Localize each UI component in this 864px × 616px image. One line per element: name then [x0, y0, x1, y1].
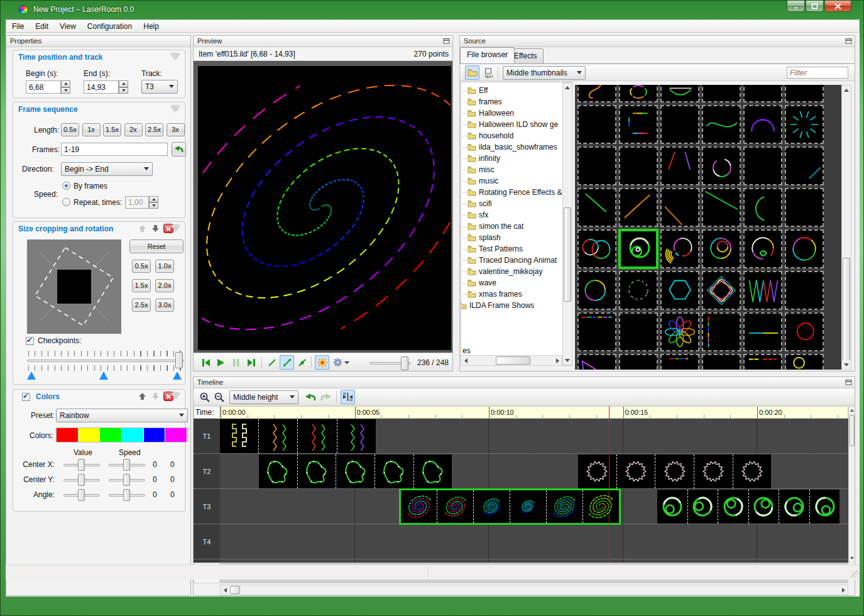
timeline-clip[interactable]	[259, 454, 452, 488]
scroll-down-icon[interactable]	[849, 554, 855, 562]
menu-item-help[interactable]: Help	[138, 21, 165, 32]
thumbnail-cell[interactable]	[660, 271, 699, 310]
collapse-triangle-icon[interactable]	[171, 225, 180, 231]
reset-button[interactable]: Reset	[129, 239, 183, 253]
thumbnail-cell[interactable]	[660, 188, 699, 227]
tree-item-infinity[interactable]: infinity	[462, 153, 500, 164]
tree-item-scifi[interactable]: scifi	[462, 198, 492, 209]
preview-canvas[interactable]	[198, 66, 451, 350]
playhead-cursor[interactable]	[609, 406, 610, 563]
thumbnail-cell[interactable]	[619, 354, 658, 370]
zoom-out-button[interactable]	[212, 390, 226, 404]
thumbnail-cell[interactable]	[743, 271, 782, 310]
preset-select[interactable]: Rainbow	[56, 409, 188, 422]
length-button-1.5x[interactable]: 1.5x	[103, 123, 121, 136]
tree-item-test-patterns[interactable]: Test Patterns	[462, 243, 523, 255]
repeat-radio[interactable]	[62, 198, 70, 206]
close-button[interactable]	[824, 1, 851, 12]
move-up-icon[interactable]	[137, 224, 147, 233]
collapse-triangle-icon[interactable]	[171, 53, 180, 60]
thumbnail-cell[interactable]	[702, 354, 741, 370]
thumbnail-cell[interactable]	[660, 146, 699, 185]
thumbnail-cell[interactable]	[660, 354, 699, 370]
thumbnail-cell[interactable]	[702, 188, 741, 227]
tree-item-splash[interactable]: splash	[462, 232, 501, 243]
folder-view-button[interactable]	[465, 65, 479, 80]
grid-scrollbar[interactable]	[841, 85, 851, 370]
thumbnail-cell[interactable]	[702, 85, 741, 102]
thumbnail-cell[interactable]	[785, 229, 824, 268]
tree-item-simon-the-cat[interactable]: simon the cat	[462, 221, 523, 232]
by-frames-radio[interactable]	[62, 182, 70, 190]
pause-button[interactable]	[229, 355, 243, 370]
timeline-tracks[interactable]: T1T2T3T4	[194, 419, 848, 563]
thumbnail-cell[interactable]	[785, 271, 824, 310]
thumbnail-cell[interactable]	[743, 229, 782, 268]
thumbnail-cell[interactable]	[785, 85, 824, 102]
text-view-button[interactable]: TEXT	[481, 65, 495, 80]
dock-icon[interactable]	[845, 38, 852, 44]
thumbnail-cell[interactable]	[743, 146, 782, 185]
thumbnail-cell[interactable]	[660, 312, 699, 351]
tree-item-wave[interactable]: wave	[462, 277, 496, 289]
menu-item-file[interactable]: File	[6, 21, 30, 32]
track-height-select[interactable]: Middle height	[229, 390, 298, 404]
zoom-in-button[interactable]	[197, 390, 212, 404]
scroll-down-icon[interactable]	[842, 360, 851, 369]
value-slider-thumb[interactable]	[78, 459, 85, 471]
move-down-icon[interactable]	[150, 392, 160, 401]
tree-item-ilda-basic-showframes[interactable]: ilda_basic_showframes	[462, 141, 557, 153]
color-swatch-2[interactable]	[100, 428, 122, 442]
scroll-left-icon[interactable]	[221, 585, 229, 595]
tree-item-halloween-ild-show-ge[interactable]: Halloween ILD show ge	[462, 119, 558, 130]
dock-icon[interactable]	[443, 38, 450, 44]
crop-preview[interactable]	[27, 239, 121, 334]
color-swatch-3[interactable]	[122, 428, 144, 442]
collapse-triangle-icon[interactable]	[171, 393, 180, 399]
timeline-clip[interactable]	[220, 419, 376, 453]
thumbnail-cell-selected[interactable]	[619, 229, 658, 268]
thumbnail-cell[interactable]	[619, 312, 658, 351]
undo-button[interactable]	[303, 390, 317, 404]
checkpoints-slider[interactable]	[27, 360, 184, 362]
thumbnail-cell[interactable]	[577, 312, 616, 351]
tree-item-ilda-frame-shows[interactable]: ILDA Frame Shows	[462, 300, 534, 311]
thumbnail-cell[interactable]	[577, 229, 616, 268]
thumbnail-cell[interactable]	[619, 105, 658, 144]
checkpoint-marker[interactable]	[173, 371, 182, 380]
thumbnail-cell[interactable]	[577, 271, 616, 310]
scroll-down-icon[interactable]	[563, 356, 572, 365]
maximize-button[interactable]	[806, 1, 824, 12]
begin-spinner[interactable]	[61, 80, 70, 94]
scale-button-2.0x[interactable]: 2.0x	[155, 279, 174, 292]
checkpoints-slider-thumb[interactable]	[175, 352, 183, 368]
timeline-clip[interactable]	[578, 454, 771, 488]
thumbnail-cell[interactable]	[743, 105, 782, 144]
scroll-right-icon[interactable]	[839, 585, 848, 595]
scroll-up-icon[interactable]	[849, 407, 855, 414]
thumbnail-cell[interactable]	[785, 312, 824, 351]
minimize-button[interactable]	[787, 1, 805, 12]
color-swatch-1[interactable]	[79, 428, 101, 442]
speed-slider-thumb[interactable]	[123, 489, 130, 501]
frames-undo-button[interactable]	[172, 142, 186, 157]
brightness-button[interactable]	[315, 355, 329, 370]
tree-scrollbar[interactable]	[562, 82, 572, 365]
thumbnail-cell[interactable]	[577, 146, 616, 185]
timeline-hscrollbar[interactable]	[220, 585, 848, 595]
thumbnail-cell[interactable]	[577, 105, 616, 144]
thumbnail-cell[interactable]	[702, 105, 741, 144]
menu-item-configuration[interactable]: Configuration	[82, 21, 138, 32]
dock-icon[interactable]	[845, 379, 852, 385]
scroll-up-icon[interactable]	[563, 83, 572, 92]
thumbnail-cell[interactable]	[660, 105, 699, 144]
line-points-mode-button[interactable]	[280, 355, 294, 370]
color-swatch-0[interactable]	[57, 428, 79, 442]
move-down-icon[interactable]	[150, 224, 160, 233]
thumbnail-cell[interactable]	[619, 85, 658, 102]
skip-end-button[interactable]	[244, 355, 258, 370]
tree-item-xmas-frames[interactable]: xmas frames	[462, 289, 522, 300]
tree-hscrollbar[interactable]	[461, 355, 562, 366]
filter-input[interactable]	[787, 67, 848, 79]
scroll-left-icon[interactable]	[461, 356, 470, 365]
